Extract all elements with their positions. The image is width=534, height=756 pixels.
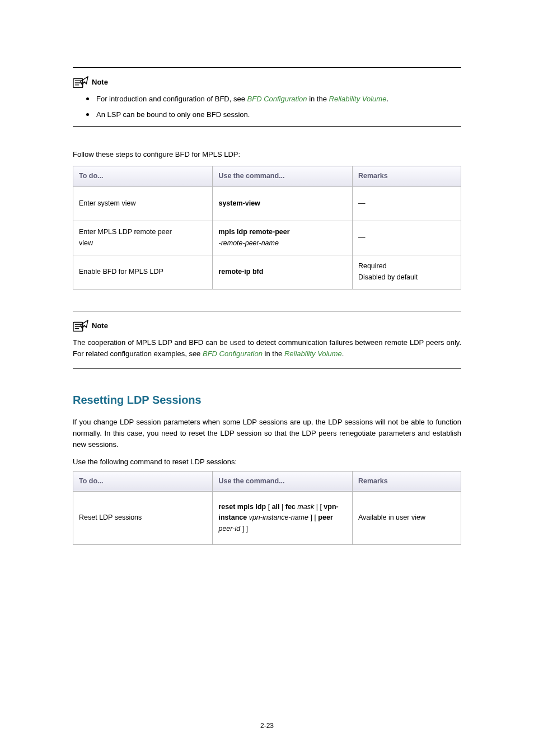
- cmd-p15: ] ]: [240, 525, 248, 533]
- note2-suffix: .: [342, 349, 344, 358]
- note1-item-2-text: An LSP can be bound to only one BFD sess…: [96, 110, 250, 119]
- section2-table: To do... Use the command... Remarks Rese…: [73, 471, 461, 545]
- section1-r1c2: system-view: [213, 186, 352, 221]
- section1-r3c3b: Disabled by default: [358, 273, 418, 281]
- note-icon: [73, 76, 88, 89]
- section2-r1c1: Reset LDP sessions: [73, 492, 213, 545]
- note2-header: Note: [73, 319, 461, 333]
- note1-item-1-suffix: .: [386, 95, 388, 103]
- note2-linkA: BFD Configuration: [203, 349, 263, 358]
- cmd-p2: [: [266, 503, 271, 511]
- section1-r2c1b: view: [79, 239, 93, 247]
- section1-table: To do... Use the command... Remarks Ente…: [73, 166, 461, 289]
- cmd-p13: peer: [318, 514, 332, 521]
- table-header-row: To do... Use the command... Remarks: [73, 166, 461, 186]
- note1-top-rule: [73, 67, 461, 68]
- section1-r3c1: Enable BFD for MPLS LDP: [73, 255, 213, 289]
- table-row: Enable BFD for MPLS LDP remote-ip bfd Re…: [73, 255, 461, 289]
- section2-th-3: Remarks: [352, 471, 461, 491]
- note1-item-1: For introduction and configuration of BF…: [86, 94, 461, 105]
- section2-th-1: To do...: [73, 471, 213, 491]
- note1-item-1-mid: in the: [309, 95, 329, 103]
- svg-marker-9: [81, 320, 88, 329]
- section2-r1c3: Available in user view: [352, 492, 461, 545]
- section2-intro: Use the following command to reset LDP s…: [73, 456, 461, 468]
- section1-r3c3: Required Disabled by default: [352, 255, 461, 289]
- svg-marker-4: [81, 77, 88, 85]
- section1-th-3: Remarks: [352, 166, 461, 186]
- note2-top-rule: [73, 311, 461, 311]
- section1-th-1: To do...: [73, 166, 213, 186]
- section2-r1c2: reset mpls ldp [ all | fec mask | [ vpn-…: [213, 492, 352, 545]
- cmd-p12: ] [: [308, 514, 318, 521]
- note2-label: Note: [92, 320, 108, 332]
- note2-linkB: Reliability Volume: [284, 349, 342, 358]
- section1-r1c3: —: [352, 186, 461, 221]
- table-row: Enter MPLS LDP remote peer view mpls ldp…: [73, 221, 461, 255]
- section1-r3c3a: Required: [358, 262, 387, 270]
- note1-item-1-linkA: BFD Configuration: [247, 95, 307, 103]
- cmd-p14: peer-id: [218, 525, 240, 533]
- page: Note For introduction and configuration …: [0, 0, 534, 756]
- page-number: 2-23: [0, 721, 534, 731]
- note1-label: Note: [92, 77, 108, 88]
- table-header-row: To do... Use the command... Remarks: [73, 471, 461, 491]
- section1-intro: Follow these steps to configure BFD for …: [73, 149, 461, 160]
- spacer: [73, 295, 461, 311]
- section1-r1c2-bold: system-view: [218, 199, 260, 207]
- section1-r2c1a: Enter MPLS LDP remote peer: [79, 228, 172, 236]
- note1-item-2: An LSP can be bound to only one BFD sess…: [86, 109, 461, 120]
- cmd-p7: mask: [297, 503, 314, 511]
- note1-item-1-prefix: For introduction and configuration of BF…: [96, 95, 247, 103]
- note1-bottom-rule: [73, 126, 461, 127]
- section1-r3c2: remote-ip bfd: [213, 255, 352, 289]
- section1-r2c3: —: [352, 221, 461, 255]
- table-row: Enter system view system-view —: [73, 186, 461, 221]
- cmd-p4: |: [280, 503, 285, 511]
- section1-th-2: Use the command...: [213, 166, 352, 186]
- note2-bottom-rule: [73, 368, 461, 369]
- section1-r2c1: Enter MPLS LDP remote peer view: [73, 221, 213, 255]
- note2-paragraph: The cooperation of MPLS LDP and BFD can …: [73, 337, 461, 360]
- section1-r2c2-ital: -remote-peer-name: [218, 239, 278, 247]
- cmd-p5: fec: [285, 503, 296, 511]
- section1-r3c2-bold: remote-ip bfd: [218, 268, 263, 276]
- note1-list: For introduction and configuration of BF…: [73, 94, 461, 120]
- section1-r2c2-bold: mpls ldp remote-peer: [218, 228, 289, 236]
- cmd-p1: reset mpls ldp: [218, 503, 266, 511]
- note-icon: [73, 319, 88, 333]
- section2-heading: Resetting LDP Sessions: [73, 391, 461, 409]
- table-row: Reset LDP sessions reset mpls ldp [ all …: [73, 492, 461, 545]
- note1-item-1-linkB: Reliability Volume: [329, 95, 387, 103]
- section1-r1c1: Enter system view: [73, 186, 213, 221]
- note1-header: Note: [73, 76, 461, 89]
- cmd-p3: all: [272, 503, 280, 511]
- section1-r2c2: mpls ldp remote-peer -remote-peer-name: [213, 221, 352, 255]
- cmd-p11: vpn-instance-name: [249, 514, 308, 521]
- note2-mid: in the: [265, 349, 284, 358]
- section2-para: If you change LDP session parameters whe…: [73, 417, 461, 450]
- cmd-p8: | [: [314, 503, 324, 511]
- section2-th-2: Use the command...: [213, 471, 352, 491]
